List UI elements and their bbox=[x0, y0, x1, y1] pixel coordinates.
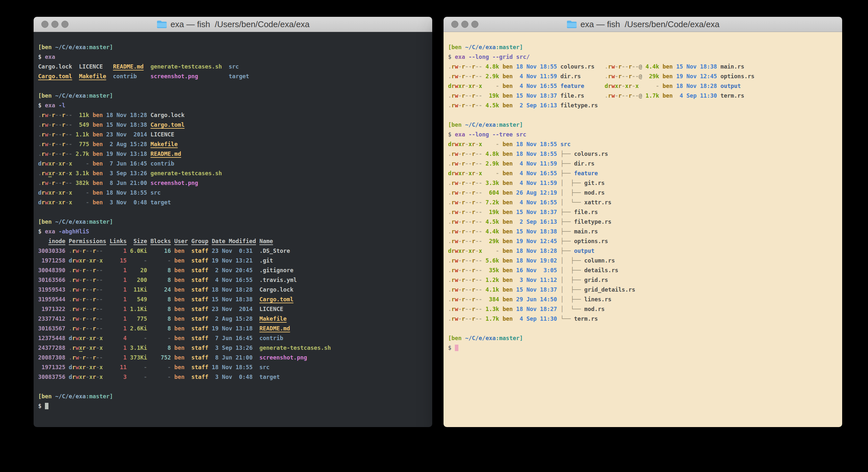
terminal-line: 30030336 .rw-r--r-- 1 6.0Ki 16 ben staff… bbox=[38, 246, 429, 256]
terminal-line: 30083756 drwxr-xr-x 3 - - ben staff 3 No… bbox=[38, 372, 429, 382]
terminal-line: drwxr-xr-x - ben 7 Jun 16:45 contrib bbox=[38, 159, 429, 169]
terminal-line: [ben ~/C/e/exa:master] bbox=[448, 120, 839, 130]
terminal-output-right[interactable]: [ben ~/C/e/exa:master]$ exa --long --gri… bbox=[443, 32, 842, 427]
terminal-line: 31959543 .rw-r--r-- 1 11Ki 24 ben staff … bbox=[38, 285, 429, 295]
terminal-line: Cargo.toml Makefile contrib screenshot.p… bbox=[38, 71, 429, 81]
terminal-line: [ben ~/C/e/exa:master] bbox=[38, 391, 429, 401]
terminal-line: .rw-r--r-- 382k ben 8 Jun 21:00 screensh… bbox=[38, 178, 429, 188]
terminal-line: .rw-r--r-- 19k ben 15 Nov 18:37 file.rs … bbox=[448, 91, 839, 100]
terminal-line: $ exa -l bbox=[38, 100, 429, 110]
terminal-line: 1971322 .rw-r--r-- 1 1.1Ki 8 ben staff 2… bbox=[38, 304, 429, 314]
terminal-line: .rw-r--r-- 2.9k ben 4 Nov 11:59 dir.rs .… bbox=[448, 71, 839, 81]
terminal-line: .rw-r--r-- 2.7k ben 19 Nov 13:18 README.… bbox=[38, 149, 429, 159]
terminal-line: 31959544 .rw-r--r-- 1 549 8 ben staff 15… bbox=[38, 295, 429, 304]
terminal-line: .rwxr-xr-x 3.1k ben 3 Sep 13:26 generate… bbox=[38, 169, 429, 178]
terminal-line: .rw-r--r-- 1.3k ben 18 Nov 18:27 │ └── m… bbox=[448, 304, 839, 314]
terminal-line: 30163566 .rw-r--r-- 1 200 8 ben staff 4 … bbox=[38, 275, 429, 285]
terminal-line: .rw-r--r-- 35k ben 16 Nov 3:05 │ ├── det… bbox=[448, 265, 839, 275]
title-bar[interactable]: exa — fish /Users/ben/Code/exa/exa bbox=[443, 17, 842, 32]
terminal-line: [ben ~/C/e/exa:master] bbox=[38, 217, 429, 227]
close-button[interactable] bbox=[41, 21, 49, 28]
terminal-line: .rw-r--r-- 384 ben 29 Jun 14:50 │ ├── li… bbox=[448, 295, 839, 304]
terminal-line: .rw-r--r-- 2.9k ben 4 Nov 11:59 ├── dir.… bbox=[448, 159, 839, 169]
terminal-line: drwxr-xr-x - ben 4 Nov 16:55 feature drw… bbox=[448, 81, 839, 91]
text-cursor bbox=[455, 345, 458, 351]
terminal-line: .rw-r--r-- 11k ben 18 Nov 18:28 Cargo.lo… bbox=[38, 110, 429, 120]
window-title: exa — fish /Users/ben/Code/exa/exa bbox=[170, 20, 310, 29]
terminal-line: 12375448 drwxr-xr-x 4 - - ben staff 7 Ju… bbox=[38, 333, 429, 343]
terminal-line: .rw-r--r-- 19k ben 15 Nov 18:37 ├── file… bbox=[448, 207, 839, 217]
terminal-line: $ bbox=[38, 401, 429, 411]
terminal-line: .rw-r--r-- 604 ben 26 Aug 12:19 │ ├── mo… bbox=[448, 188, 839, 198]
terminal-line: drwxr-xr-x - ben 18 Nov 18:55 src bbox=[448, 139, 839, 149]
terminal-line: .rw-r--r-- 5.6k ben 18 Nov 19:02 │ ├── c… bbox=[448, 256, 839, 265]
terminal-line: inode Permissions Links Size Blocks User… bbox=[38, 236, 429, 246]
terminal-line: .rw-r--r-- 1.7k ben 4 Sep 11:30 └── term… bbox=[448, 314, 839, 324]
terminal-line: 20087308 .rw-r--r-- 1 373Ki 752 ben staf… bbox=[38, 353, 429, 362]
terminal-window-left: exa — fish /Users/ben/Code/exa/exa [ben … bbox=[34, 17, 432, 427]
terminal-line: .rw-r--r-- 29k ben 19 Nov 12:45 ├── opti… bbox=[448, 236, 839, 246]
terminal-line: $ exa -abghHliS bbox=[38, 227, 429, 236]
terminal-line: $ bbox=[448, 343, 839, 353]
terminal-line bbox=[38, 207, 429, 217]
terminal-line: 1971258 drwxr-xr-x 15 - - ben staff 19 N… bbox=[38, 256, 429, 265]
terminal-line: $ exa bbox=[38, 52, 429, 62]
terminal-line bbox=[448, 110, 839, 120]
terminal-line bbox=[38, 81, 429, 91]
terminal-line: 24377288 .rwxr-xr-x 1 3.1Ki 8 ben staff … bbox=[38, 343, 429, 353]
close-button[interactable] bbox=[451, 21, 458, 28]
terminal-line: 1971325 drwxr-xr-x 11 - - ben staff 18 N… bbox=[38, 362, 429, 372]
terminal-line: .rw-r--r-- 549 ben 15 Nov 18:38 Cargo.to… bbox=[38, 120, 429, 130]
terminal-line bbox=[448, 324, 839, 333]
terminal-line: [ben ~/C/e/exa:master] bbox=[38, 42, 429, 52]
terminal-line: drwxr-xr-x - ben 18 Nov 18:28 ├── output bbox=[448, 246, 839, 256]
terminal-line: .rw-r--r-- 4.5k ben 2 Sep 16:13 ├── file… bbox=[448, 217, 839, 227]
window-title: exa — fish /Users/ben/Code/exa/exa bbox=[581, 20, 720, 29]
terminal-line: 30163567 .rw-r--r-- 1 2.6Ki 8 ben staff … bbox=[38, 324, 429, 333]
terminal-line: drwxr-xr-x - ben 18 Nov 18:55 src bbox=[38, 188, 429, 198]
terminal-line: $ exa --long --grid src/ bbox=[448, 52, 839, 62]
terminal-line: Cargo.lock LICENCE README.md generate-te… bbox=[38, 62, 429, 71]
terminal-line: .rw-r--r-- 4.8k ben 18 Nov 18:55 colours… bbox=[448, 62, 839, 71]
title-bar[interactable]: exa — fish /Users/ben/Code/exa/exa bbox=[34, 17, 432, 32]
terminal-line: .rw-r--r-- 4.1k ben 15 Nov 18:37 │ ├── g… bbox=[448, 285, 839, 295]
folder-icon bbox=[156, 20, 167, 29]
terminal-line: $ exa --long --tree src bbox=[448, 130, 839, 139]
terminal-line bbox=[38, 382, 429, 391]
terminal-line: [ben ~/C/e/exa:master] bbox=[38, 91, 429, 100]
zoom-button[interactable] bbox=[61, 21, 68, 28]
terminal-line: .rw-r--r-- 1.2k ben 3 Nov 11:12 │ ├── gr… bbox=[448, 275, 839, 285]
minimize-button[interactable] bbox=[51, 21, 59, 28]
terminal-line: .rw-r--r-- 1.1k ben 23 Nov 2014 LICENCE bbox=[38, 130, 429, 139]
folder-icon bbox=[566, 20, 577, 29]
text-cursor bbox=[45, 403, 49, 409]
terminal-line: .rw-r--r-- 7.2k ben 4 Nov 16:55 │ └── xa… bbox=[448, 198, 839, 207]
terminal-output-left[interactable]: [ben ~/C/e/exa:master]$ exaCargo.lock LI… bbox=[34, 32, 432, 427]
zoom-button[interactable] bbox=[471, 21, 478, 28]
terminal-line: drwxr-xr-x - ben 4 Nov 16:55 ├── feature bbox=[448, 169, 839, 178]
terminal-line: 23377412 .rw-r--r-- 1 775 8 ben staff 2 … bbox=[38, 314, 429, 324]
terminal-line: .rw-r--r-- 4.4k ben 15 Nov 18:38 ├── mai… bbox=[448, 227, 839, 236]
terminal-line: drwxr-xr-x - ben 3 Nov 0:48 target bbox=[38, 198, 429, 207]
terminal-line: [ben ~/C/e/exa:master] bbox=[448, 42, 839, 52]
terminal-line: .rw-r--r-- 4.5k ben 2 Sep 16:13 filetype… bbox=[448, 100, 839, 110]
terminal-line: 30048390 .rw-r--r-- 1 20 8 ben staff 2 N… bbox=[38, 265, 429, 275]
terminal-window-right: exa — fish /Users/ben/Code/exa/exa [ben … bbox=[443, 17, 842, 427]
terminal-line: .rw-r--r-- 775 ben 2 Aug 15:28 Makefile bbox=[38, 139, 429, 149]
minimize-button[interactable] bbox=[461, 21, 468, 28]
terminal-line: .rw-r--r-- 4.8k ben 18 Nov 18:55 ├── col… bbox=[448, 149, 839, 159]
terminal-line: .rw-r--r-- 3.3k ben 4 Nov 11:59 │ ├── gi… bbox=[448, 178, 839, 188]
terminal-line: [ben ~/C/e/exa:master] bbox=[448, 333, 839, 343]
